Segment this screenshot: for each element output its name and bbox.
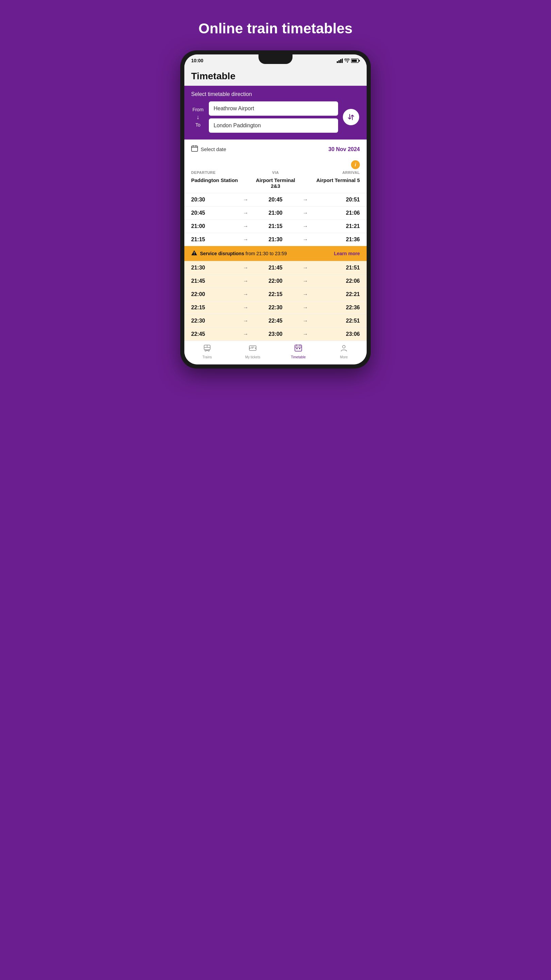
arrow-icon: → xyxy=(240,223,251,229)
dep-time: 22:30 xyxy=(191,318,240,324)
svg-rect-17 xyxy=(299,348,300,349)
direction-labels: From ↓ To xyxy=(191,107,205,127)
arr-time: 22:06 xyxy=(311,278,360,284)
from-station-input[interactable]: Heathrow Airport xyxy=(209,102,338,116)
direction-arrow: ↓ xyxy=(197,114,200,121)
svg-rect-3 xyxy=(342,59,343,63)
selected-date: 30 Nov 2024 xyxy=(328,146,360,153)
col-arrival-header: ARRIVAL xyxy=(311,170,360,175)
date-left[interactable]: Select date xyxy=(191,145,226,153)
table-header-row: DEPARTURE VIA ARRIVAL xyxy=(184,169,367,177)
nav-timetable[interactable]: Timetable xyxy=(288,344,308,359)
arrow-icon: → xyxy=(240,318,251,324)
bottom-nav: Trains My tickets xyxy=(184,340,367,364)
dep-time: 20:30 xyxy=(191,197,240,203)
table-row[interactable]: 22:30 → 22:45 → 22:51 xyxy=(184,314,367,327)
disruption-banner: ! Service disruptions from 21:30 to 23:5… xyxy=(184,246,367,261)
trains-icon xyxy=(203,344,211,354)
table-row[interactable]: 22:45 → 23:00 → 23:06 xyxy=(184,327,367,340)
nav-my-tickets[interactable]: My tickets xyxy=(243,344,263,359)
svg-rect-1 xyxy=(338,60,340,63)
timetable-icon xyxy=(294,344,302,354)
table-row[interactable]: 21:45 → 22:00 → 22:06 xyxy=(184,274,367,288)
table-row[interactable]: 22:00 → 22:15 → 22:21 xyxy=(184,288,367,301)
via-time: 23:00 xyxy=(251,331,300,337)
phone-frame: 10:00 xyxy=(180,50,371,369)
dep-time: 21:45 xyxy=(191,278,240,284)
arr-time: 21:06 xyxy=(311,210,360,216)
arrow-icon: → xyxy=(240,278,251,284)
info-icon[interactable]: i xyxy=(351,160,360,169)
arr-time: 21:21 xyxy=(311,223,360,229)
warning-icon: ! xyxy=(191,250,197,257)
swap-icon xyxy=(347,113,355,121)
arr-time: 22:51 xyxy=(311,318,360,324)
svg-rect-8 xyxy=(193,145,194,147)
svg-point-18 xyxy=(343,345,345,348)
col-departure-header: DEPARTURE xyxy=(191,170,240,175)
arrow-icon: → xyxy=(240,291,251,298)
direction-section: Select timetable direction From ↓ To Hea… xyxy=(184,86,367,140)
arr-time: 20:51 xyxy=(311,197,360,203)
to-station-input[interactable]: London Paddington xyxy=(209,118,338,133)
table-row[interactable]: 21:30 → 21:45 → 21:51 xyxy=(184,261,367,274)
status-icons xyxy=(337,59,360,63)
arrow-icon: → xyxy=(240,197,251,203)
dep-time: 22:00 xyxy=(191,291,240,298)
svg-text:!: ! xyxy=(194,251,195,255)
nav-trains-label: Trains xyxy=(202,355,211,359)
nav-trains[interactable]: Trains xyxy=(197,344,218,359)
more-icon xyxy=(340,344,348,354)
station-via-name: Airport Terminal 2&3 xyxy=(251,177,300,189)
table-row[interactable]: 22:15 → 22:30 → 22:36 xyxy=(184,301,367,314)
via-time: 22:00 xyxy=(251,278,300,284)
svg-rect-2 xyxy=(340,59,341,63)
arr-time: 22:21 xyxy=(311,291,360,298)
direction-label: Select timetable direction xyxy=(191,91,360,97)
disruption-left: ! Service disruptions from 21:30 to 23:5… xyxy=(191,250,287,257)
svg-rect-15 xyxy=(295,345,302,351)
info-row: i xyxy=(184,159,367,169)
nav-more[interactable]: More xyxy=(333,344,354,359)
station-from-name: Paddington Station xyxy=(191,177,240,189)
battery-icon xyxy=(351,59,360,63)
page-background-title: Online train timetables xyxy=(198,21,353,37)
from-label: From xyxy=(192,107,204,112)
app-title: Timetable xyxy=(191,71,360,82)
arrow-icon: → xyxy=(240,331,251,337)
swap-button[interactable] xyxy=(342,108,360,126)
dep-time: 21:15 xyxy=(191,237,240,243)
arrow-icon: → xyxy=(300,305,311,311)
phone-notch xyxy=(259,54,292,64)
via-time: 21:15 xyxy=(251,223,300,229)
date-row: Select date 30 Nov 2024 xyxy=(191,145,360,153)
timetable-table: DEPARTURE VIA ARRIVAL Paddington Station… xyxy=(184,169,367,340)
arr-time: 23:06 xyxy=(311,331,360,337)
table-row[interactable]: 21:00 → 21:15 → 21:21 xyxy=(184,220,367,233)
arr-time: 22:36 xyxy=(311,305,360,311)
svg-point-13 xyxy=(208,350,210,351)
to-label: To xyxy=(195,122,201,127)
arrow-icon: → xyxy=(300,223,311,229)
nav-more-label: More xyxy=(340,355,348,359)
dep-time: 20:45 xyxy=(191,210,240,216)
table-row[interactable]: 21:15 → 21:30 → 21:36 xyxy=(184,233,367,246)
col-via-header: VIA xyxy=(251,170,300,175)
table-row[interactable]: 20:30 → 20:45 → 20:51 xyxy=(184,193,367,206)
via-time: 20:45 xyxy=(251,197,300,203)
svg-rect-7 xyxy=(192,146,198,151)
signal-icon xyxy=(337,59,343,63)
via-time: 21:30 xyxy=(251,237,300,243)
svg-rect-0 xyxy=(337,61,338,63)
arrow-icon: → xyxy=(300,318,311,324)
dep-time: 22:45 xyxy=(191,331,240,337)
arrow-icon: → xyxy=(300,237,311,243)
dep-time: 22:15 xyxy=(191,305,240,311)
table-row[interactable]: 20:45 → 21:00 → 21:06 xyxy=(184,206,367,220)
nav-timetable-label: Timetable xyxy=(291,355,306,359)
arrow-icon: → xyxy=(240,305,251,311)
arrow-icon: → xyxy=(240,210,251,216)
arrow-icon: → xyxy=(300,210,311,216)
learn-more-button[interactable]: Learn more xyxy=(334,251,360,256)
app-header: Timetable xyxy=(184,65,367,86)
